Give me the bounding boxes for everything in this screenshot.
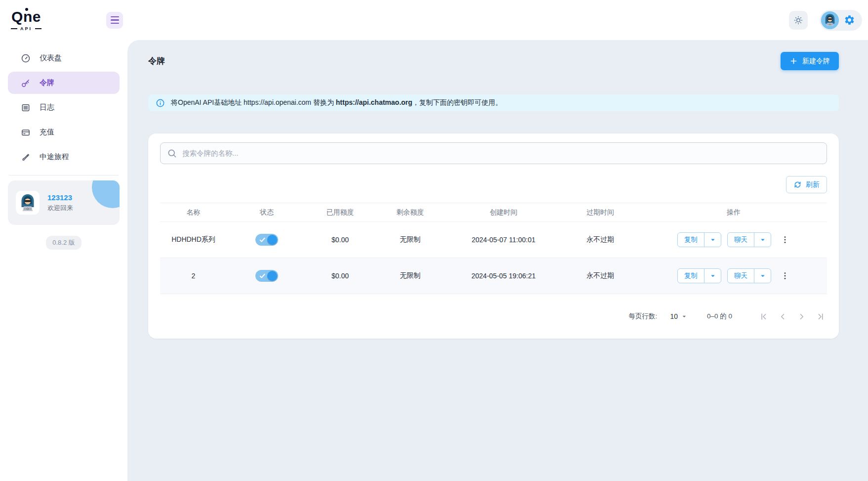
user-name: 123123	[47, 193, 73, 202]
created-time: 2024-05-05 19:06:21	[447, 258, 561, 294]
user-avatar	[16, 191, 40, 215]
table-row: HDHDHD系列 $0.00 无限制 2024-05-07 11:00:01 永…	[160, 222, 827, 258]
table-header-row: 名称 状态 已用额度 剩余额度 创建时间 过期时间 操作	[160, 203, 827, 222]
chevron-down-icon	[680, 312, 688, 320]
refresh-button[interactable]: 刷新	[786, 176, 827, 193]
column-used-quota: 已用额度	[307, 203, 373, 222]
sidebar-item-tokens[interactable]: 令牌	[8, 72, 120, 94]
logo-subtitle: API	[20, 26, 32, 31]
sidebar-item-recharge[interactable]: 充值	[8, 121, 120, 143]
user-card[interactable]: 123123 欢迎回来	[8, 180, 120, 225]
kebab-icon	[780, 235, 790, 245]
sun-icon	[793, 15, 803, 25]
row-more-actions-button[interactable]	[780, 271, 790, 281]
check-icon	[259, 236, 266, 243]
logs-icon	[21, 103, 31, 113]
dashboard-icon	[21, 53, 31, 63]
token-name: 2	[160, 258, 227, 294]
refresh-icon	[793, 180, 802, 189]
plus-icon	[789, 57, 798, 65]
check-icon	[259, 272, 266, 279]
avatar[interactable]	[821, 11, 839, 29]
next-page-button[interactable]	[794, 309, 808, 323]
status-toggle[interactable]	[255, 270, 278, 282]
logo: Qne API	[11, 9, 41, 31]
pagination-range: 0–0 的 0	[707, 312, 732, 321]
sidebar-item-label: 日志	[40, 103, 54, 112]
sidebar-item-label: 仪表盘	[40, 53, 62, 63]
previous-page-button[interactable]	[776, 309, 789, 323]
theme-toggle-button[interactable]	[789, 11, 808, 30]
used-quota: $0.00	[307, 222, 373, 258]
sidebar-item-dashboard[interactable]: 仪表盘	[8, 47, 120, 69]
main-content: 令牌 新建令牌 将OpenAI API基础地址 https://api.open…	[127, 40, 868, 481]
column-status: 状态	[227, 203, 307, 222]
hamburger-icon	[111, 16, 119, 17]
user-greeting: 欢迎回来	[47, 204, 73, 213]
last-page-button[interactable]	[813, 309, 827, 323]
chevron-right-icon	[797, 312, 806, 321]
copy-button[interactable]: 复制	[678, 233, 704, 247]
logo-dot	[25, 8, 28, 11]
kebab-icon	[780, 271, 790, 281]
brush-icon	[21, 152, 31, 162]
expire-time: 永不过期	[560, 222, 640, 258]
used-quota: $0.00	[307, 258, 373, 294]
topbar: Qne API	[0, 0, 868, 40]
remaining-quota: 无限制	[373, 222, 447, 258]
credit-card-icon	[21, 128, 31, 137]
remaining-quota: 无限制	[373, 258, 447, 294]
app: Qne API	[0, 0, 868, 481]
pagination: 每页行数: 10 0–0 的 0	[160, 294, 827, 339]
status-toggle[interactable]	[255, 234, 278, 246]
rows-per-page-label: 每页行数:	[629, 312, 658, 321]
expire-time: 永不过期	[560, 258, 640, 294]
user-menu	[820, 10, 862, 31]
rows-per-page-select[interactable]: 10	[670, 312, 688, 320]
page-title: 令牌	[148, 55, 165, 67]
chevron-down-icon	[758, 235, 767, 244]
chevron-down-icon	[708, 271, 717, 280]
created-time: 2024-05-07 11:00:01	[447, 222, 561, 258]
settings-gear-icon[interactable]	[844, 14, 855, 26]
topbar-left: Qne API	[0, 9, 127, 31]
new-token-button[interactable]: 新建令牌	[781, 52, 839, 70]
column-remaining-quota: 剩余额度	[373, 203, 447, 222]
sidebar-item-logs[interactable]: 日志	[8, 96, 120, 119]
tokens-card: 刷新 名称 状态 已用额度 剩余额度 创建时间 过期时间 操作	[148, 133, 839, 339]
last-page-icon	[816, 312, 825, 321]
chevron-down-icon	[708, 235, 717, 244]
chevron-down-icon	[758, 271, 767, 280]
chevron-left-icon	[778, 312, 787, 321]
banner-text: 将OpenAI API基础地址 https://api.openai.com 替…	[171, 98, 502, 107]
copy-dropdown-button[interactable]	[704, 269, 721, 283]
first-page-button[interactable]	[757, 309, 771, 323]
column-expire-time: 过期时间	[560, 203, 640, 222]
chat-dropdown-button[interactable]	[754, 233, 771, 247]
copy-dropdown-button[interactable]	[704, 233, 721, 247]
sidebar-item-label: 中途旅程	[40, 152, 69, 162]
row-more-actions-button[interactable]	[780, 235, 790, 245]
sidebar-toggle-button[interactable]	[106, 12, 123, 29]
search-icon	[167, 148, 177, 158]
token-name: HDHDHD系列	[160, 222, 227, 258]
version-badge: 0.8.2 版	[46, 236, 82, 250]
info-icon	[156, 98, 165, 108]
tokens-table: 名称 状态 已用额度 剩余额度 创建时间 过期时间 操作 HDHDHD系列	[160, 203, 827, 294]
column-name: 名称	[160, 203, 227, 222]
sidebar-divider	[9, 175, 119, 175]
chat-button[interactable]: 聊天	[728, 269, 754, 283]
sidebar: 仪表盘 令牌 日志 充值	[0, 40, 127, 481]
copy-button[interactable]: 复制	[678, 269, 704, 283]
sidebar-item-midjourney[interactable]: 中途旅程	[8, 146, 120, 168]
chat-button[interactable]: 聊天	[728, 233, 754, 247]
sidebar-item-label: 令牌	[40, 78, 54, 87]
column-created-time: 创建时间	[447, 203, 561, 222]
info-banner: 将OpenAI API基础地址 https://api.openai.com 替…	[148, 94, 839, 111]
search-input[interactable]	[160, 142, 827, 164]
chat-dropdown-button[interactable]	[754, 269, 771, 283]
column-actions: 操作	[640, 203, 827, 222]
table-row: 2 $0.00 无限制 2024-05-05 19:06:21 永不过期	[160, 258, 827, 294]
sidebar-item-label: 充值	[40, 128, 54, 137]
key-icon	[21, 78, 31, 88]
